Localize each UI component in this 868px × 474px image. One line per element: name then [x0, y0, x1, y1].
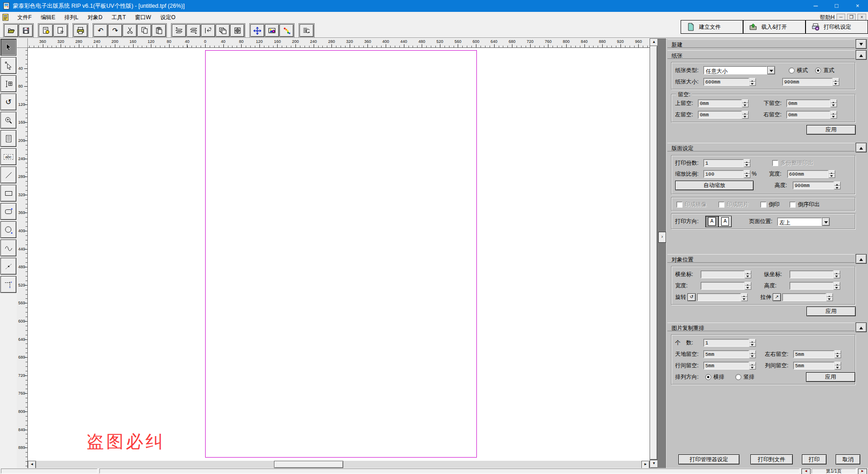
margin-top-spinner[interactable]	[742, 99, 749, 107]
collapse-repeat-button[interactable]	[856, 323, 867, 332]
save-button[interactable]	[19, 24, 33, 37]
print-button[interactable]	[73, 24, 88, 37]
page-position-dropdown[interactable]: 左上	[777, 218, 830, 226]
vertical-scroll-thumb[interactable]	[650, 46, 657, 460]
vertical-label[interactable]: 竖排	[744, 373, 754, 381]
image-color-button[interactable]	[265, 24, 279, 37]
collapse-new-button[interactable]	[856, 39, 867, 49]
curve-tool[interactable]	[0, 240, 16, 256]
paper-width-spinner[interactable]	[749, 78, 756, 86]
margin-right-input[interactable]: 0mm	[786, 111, 830, 119]
line-tool[interactable]	[0, 167, 16, 183]
print-button-panel[interactable]: 打印	[802, 454, 827, 464]
textbox-tool[interactable]: abc	[0, 148, 16, 165]
print-manager-button[interactable]: 打印管理器设定	[678, 454, 739, 464]
new-file-button[interactable]: 建立文件	[681, 20, 743, 34]
printer-setup-button[interactable]: 打印机设定	[806, 20, 868, 34]
copy-button[interactable]	[137, 24, 151, 37]
dropdown-arrow-icon[interactable]	[822, 218, 830, 226]
object-rotate-input[interactable]	[697, 293, 741, 301]
horizontal-scroll-thumb[interactable]	[274, 461, 343, 468]
section-header-layout[interactable]: 版面设定	[667, 143, 855, 151]
object-stretch-spinner[interactable]	[827, 293, 833, 301]
menu-item-object[interactable]: 对象D	[83, 12, 107, 23]
margin-top-input[interactable]: 0mm	[698, 99, 742, 107]
margin-left-spinner[interactable]	[742, 111, 749, 119]
repeat-lr-spinner[interactable]	[835, 350, 841, 358]
menu-item-arrange[interactable]: 排列L	[60, 12, 83, 23]
send-to-back-button[interactable]	[201, 24, 215, 37]
horizontal-radio[interactable]	[705, 374, 711, 380]
repeat-tb-spinner[interactable]	[749, 350, 756, 358]
menu-item-window[interactable]: 窗口W	[130, 12, 155, 23]
color-adjust-button[interactable]	[279, 24, 294, 37]
collapse-layout-button[interactable]	[856, 143, 867, 152]
repeat-tb-input[interactable]: 5mm	[703, 350, 749, 358]
print-height-spinner[interactable]	[834, 182, 841, 189]
margin-bottom-spinner[interactable]	[831, 99, 837, 107]
margin-right-spinner[interactable]	[831, 111, 837, 119]
close-button[interactable]: ×	[847, 0, 868, 12]
copies-spinner[interactable]	[744, 159, 750, 167]
print-to-file-button[interactable]: 打印到文件	[750, 454, 793, 464]
zoom-tool[interactable]	[0, 112, 16, 129]
landscape-radio[interactable]	[789, 68, 795, 73]
send-backward-button[interactable]	[186, 24, 201, 37]
cancel-button[interactable]: 取消	[836, 454, 860, 464]
portrait-label[interactable]: 直式	[823, 67, 834, 74]
paste-button[interactable]	[152, 24, 166, 37]
horizontal-scrollbar[interactable]: ◄ ►	[28, 461, 650, 468]
menu-item-settings[interactable]: 设定O	[155, 12, 180, 23]
ellipse-tool[interactable]	[0, 221, 16, 238]
object-apply-button[interactable]: 应用	[806, 307, 856, 316]
autoscale-button[interactable]: 自动缩放	[675, 181, 754, 190]
object-y-input[interactable]	[790, 271, 833, 278]
direction-landscape-button[interactable]: A	[718, 216, 732, 227]
paper-type-dropdown[interactable]: 任意大小	[703, 66, 775, 74]
print-width-input[interactable]: 600mm	[787, 170, 828, 178]
menu-item-file[interactable]: 文件F	[13, 12, 36, 23]
object-stretch-input[interactable]	[782, 293, 826, 301]
section-header-paper[interactable]: 纸张	[667, 50, 855, 59]
object-width-input[interactable]	[701, 282, 744, 290]
crop-marks-tool[interactable]	[0, 276, 16, 293]
load-open-button[interactable]: 载入&打开	[743, 20, 806, 34]
object-height-input[interactable]	[790, 282, 833, 290]
margin-bottom-input[interactable]: 0mm	[786, 99, 830, 107]
paper-height-spinner[interactable]	[833, 78, 839, 86]
copies-input[interactable]: 1	[703, 159, 744, 167]
section-header-object[interactable]: 对象位置	[667, 254, 855, 263]
rectangle-tool[interactable]	[0, 185, 16, 202]
combine-button[interactable]	[230, 24, 244, 37]
panel-splitter[interactable]	[657, 38, 666, 468]
document-tool[interactable]	[0, 130, 16, 147]
paper-height-input[interactable]: 900mm	[782, 78, 832, 86]
text-tool[interactable]	[0, 75, 16, 92]
repeat-lr-input[interactable]: 5mm	[793, 350, 834, 358]
dropdown-arrow-icon[interactable]	[767, 66, 775, 74]
object-height-spinner[interactable]	[834, 282, 840, 290]
repeat-col-input[interactable]: 5mm	[793, 362, 834, 370]
paper-width-input[interactable]: 600mm	[703, 78, 749, 86]
reverse-order-checkbox[interactable]	[790, 202, 796, 208]
repeat-row-input[interactable]: 5mm	[703, 362, 749, 370]
reverse-checkbox[interactable]	[760, 202, 766, 208]
cut-button[interactable]	[123, 24, 137, 37]
menu-item-edit[interactable]: 编辑E	[36, 12, 60, 23]
redo-button[interactable]: ↷	[108, 24, 122, 37]
panel-expander-button[interactable]: ›	[658, 232, 666, 243]
scale-input[interactable]: 100	[703, 170, 744, 178]
section-header-new[interactable]: 新建	[667, 39, 855, 48]
horizontal-label[interactable]: 横排	[713, 373, 724, 381]
import-image-button[interactable]	[39, 24, 53, 37]
menu-item-tools[interactable]: 工具T	[107, 12, 130, 23]
rounded-rectangle-tool[interactable]	[0, 203, 16, 220]
collapse-paper-button[interactable]	[856, 50, 867, 60]
object-x-input[interactable]	[701, 271, 744, 278]
collapse-object-button[interactable]	[856, 254, 867, 264]
select-tool[interactable]	[0, 39, 16, 56]
move-object-button[interactable]	[250, 24, 264, 37]
canvas[interactable]: 盗图必纠	[28, 48, 650, 461]
margin-left-input[interactable]: 0mm	[698, 111, 742, 119]
maximize-button[interactable]: □	[826, 0, 847, 12]
